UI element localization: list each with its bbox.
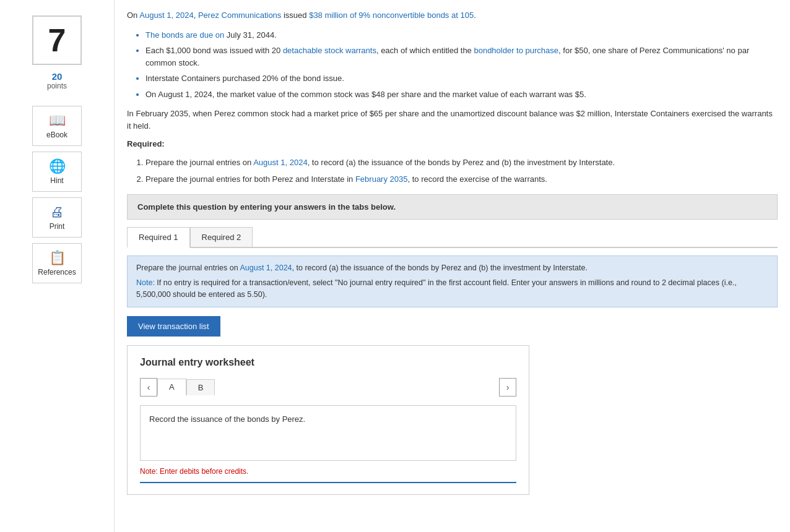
instruction-box: Complete this question by entering your … [127,194,778,220]
sidebar: 7 20 points 📖 eBook 🌐 Hint 🖨 Print 📋 Ref… [0,0,115,532]
points-section: 20 points [47,71,67,90]
tab-required1[interactable]: Required 1 [127,227,190,248]
numbered-item-2: Prepare the journal entries for both Per… [145,173,778,186]
ws-next-button[interactable]: › [499,378,516,397]
bullet-item-4: On August 1, 2024, the market value of t… [145,88,778,101]
numbered-item-1: Prepare the journal entries on August 1,… [145,157,778,169]
view-transaction-container: View transaction list [127,307,778,345]
bullet-item-1: The bonds are due on July 31, 2044. [145,29,778,41]
references-icon: 📋 [49,250,66,266]
hint-icon: 🌐 [49,158,66,174]
ws-tab-A-label: A [169,382,175,392]
question-number: 7 [48,22,66,59]
paragraph1: In February 2035, when Perez common stoc… [127,108,778,132]
sidebar-tools: 📖 eBook 🌐 Hint 🖨 Print 📋 References [0,106,114,286]
bullet-item-2: Each $1,000 bond was issued with 20 deta… [145,45,778,69]
print-label: Print [50,222,65,231]
sidebar-tool-references[interactable]: 📋 References [32,243,82,283]
ws-tab-A[interactable]: A [157,379,186,396]
problem-intro: On August 1, 2024, Perez Communications … [127,9,778,22]
points-value: 20 [47,71,67,82]
worksheet-tabs-row: ‹ A B › [140,378,516,397]
view-transaction-button[interactable]: View transaction list [127,316,220,337]
bullet-list: The bonds are due on July 31, 2044. Each… [127,29,778,101]
sidebar-tool-ebook[interactable]: 📖 eBook [32,106,82,146]
hint-label: Hint [50,176,63,185]
info-line1: Prepare the journal entries on August 1,… [136,262,768,274]
ebook-label: eBook [46,131,67,139]
sidebar-tool-print[interactable]: 🖨 Print [32,197,82,238]
tab-required1-label: Required 1 [139,233,178,242]
instruction-text: Complete this question by entering your … [137,202,396,212]
journal-title: Journal entry worksheet [140,357,516,368]
tabs-container: Required 1 Required 2 [127,227,778,248]
info-box: Prepare the journal entries on August 1,… [127,255,778,307]
print-icon: 🖨 [50,204,64,220]
ws-tab-B[interactable]: B [186,379,215,395]
note-text: Note: Enter debits before credits. [140,467,516,476]
tabs-row: Required 1 Required 2 [127,227,778,248]
question-number-box: 7 [32,15,82,65]
bottom-divider [140,482,516,483]
record-area: Record the issuance of the bonds by Pere… [140,405,516,461]
sidebar-tool-hint[interactable]: 🌐 Hint [32,152,82,192]
bullet-item-3: Interstate Containers purchased 20% of t… [145,72,778,85]
required-label: Required: [127,139,165,148]
references-label: References [38,268,76,277]
tab-required2[interactable]: Required 2 [190,227,253,247]
record-text: Record the issuance of the bonds by Pere… [149,414,305,424]
ws-tab-B-label: B [198,383,204,392]
required-section: Required: [127,138,778,150]
numbered-list: Prepare the journal entries on August 1,… [127,157,778,186]
journal-worksheet: Journal entry worksheet ‹ A B › Record t… [127,345,529,495]
ws-prev-button[interactable]: ‹ [140,378,157,397]
main-content: On August 1, 2024, Perez Communications … [115,0,790,532]
ebook-icon: 📖 [49,113,66,129]
points-label: points [47,82,67,90]
info-line2: Note: If no entry is required for a tran… [136,277,768,301]
tab-required2-label: Required 2 [202,233,241,242]
intro-text: On August 1, 2024, Perez Communications … [127,11,476,20]
